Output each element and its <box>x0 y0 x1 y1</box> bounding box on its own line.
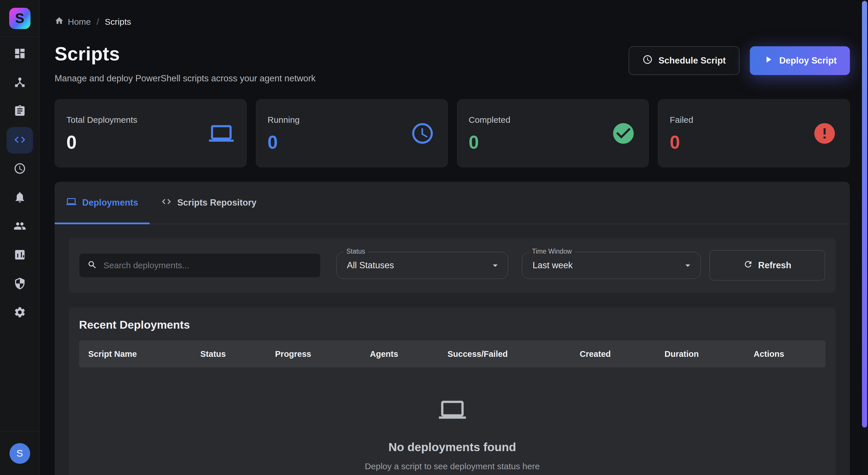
refresh-icon <box>743 259 753 271</box>
bell-icon <box>13 191 26 205</box>
stat-card-running: Running 0 <box>256 99 448 167</box>
empty-state-title: No deployments found <box>388 441 516 454</box>
home-icon <box>55 16 64 27</box>
status-select[interactable]: Status All Statuses <box>336 252 508 279</box>
schedule-script-label: Schedule Script <box>658 56 726 66</box>
sidebar-nav <box>0 37 39 328</box>
page-title: Scripts <box>55 43 316 65</box>
search-input[interactable] <box>103 261 312 270</box>
time-window-select-label: Time Window <box>529 247 575 256</box>
deploy-script-label: Deploy Script <box>779 56 837 66</box>
sidebar-item-scripts[interactable] <box>7 127 33 153</box>
dashboard-icon <box>13 47 26 61</box>
refresh-button[interactable]: Refresh <box>709 250 825 280</box>
header-actions: Schedule Script Deploy Script <box>628 46 850 75</box>
page-header-text: Scripts Manage and deploy PowerShell scr… <box>55 43 316 84</box>
sidebar-item-settings[interactable] <box>7 300 33 326</box>
column-header-actions: Actions <box>744 349 826 359</box>
breadcrumb-home-label: Home <box>68 17 91 27</box>
time-window-select[interactable]: Time Window Last week <box>522 252 701 279</box>
breadcrumb: Home / Scripts <box>55 16 850 27</box>
column-header-progress: Progress <box>266 349 361 359</box>
tab-deployments-label: Deployments <box>82 198 138 208</box>
tab-deployments[interactable]: Deployments <box>55 182 150 224</box>
code-icon <box>13 133 26 147</box>
filter-bar: Status All Statuses Time Window Last wee… <box>69 238 836 293</box>
check-circle-icon <box>611 121 636 146</box>
column-header-agents: Agents <box>361 349 438 359</box>
empty-state: No deployments found Deploy a script to … <box>79 396 826 471</box>
deployments-tab-content: Status All Statuses Time Window Last wee… <box>55 224 850 475</box>
tab-bar: Deployments Scripts Repository <box>55 182 850 224</box>
deploy-script-button[interactable]: Deploy Script <box>750 46 850 75</box>
column-header-script-name: Script Name <box>79 349 191 359</box>
stat-card-total-deployments: Total Deployments 0 <box>55 99 247 167</box>
empty-state-subtitle: Deploy a script to see deployment status… <box>365 462 540 471</box>
tab-scripts-repository-label: Scripts Repository <box>177 198 257 208</box>
column-header-status: Status <box>191 349 266 359</box>
sidebar-item-users[interactable] <box>7 213 33 240</box>
time-window-select-value: Last week <box>533 260 573 271</box>
laptop-icon <box>209 121 234 146</box>
sidebar-item-notifications[interactable] <box>7 185 33 211</box>
table-header-row: Script Name Status Progress Agents Succe… <box>79 340 826 367</box>
sidebar-footer: S <box>0 431 39 475</box>
clock-icon <box>410 121 435 146</box>
sidebar-item-analytics[interactable] <box>7 242 33 269</box>
sidebar-item-agents-hub[interactable] <box>7 69 33 96</box>
column-header-success-failed: Success/Failed <box>438 349 570 359</box>
status-select-value: All Statuses <box>347 260 394 271</box>
page-scrollbar <box>861 0 868 475</box>
hub-icon <box>13 76 26 90</box>
column-header-created: Created <box>570 349 655 359</box>
page-subtitle: Manage and deploy PowerShell scripts acr… <box>55 73 316 84</box>
sidebar: S <box>0 0 40 475</box>
sidebar-item-security[interactable] <box>7 271 33 297</box>
refresh-button-label: Refresh <box>758 260 791 271</box>
chevron-down-icon <box>682 260 693 271</box>
stat-card-failed: Failed 0 <box>658 99 850 167</box>
laptop-icon <box>439 396 466 424</box>
scrollbar-thumb[interactable] <box>862 1 867 427</box>
user-avatar[interactable]: S <box>9 443 30 464</box>
main-content: Home / Scripts Scripts Manage and deploy… <box>40 0 868 475</box>
recent-deployments-title: Recent Deployments <box>79 319 826 331</box>
sidebar-item-dashboard[interactable] <box>7 41 33 67</box>
breadcrumb-home-link[interactable]: Home <box>55 16 91 27</box>
schedule-script-button[interactable]: Schedule Script <box>628 46 740 75</box>
clock-icon <box>13 162 26 176</box>
laptop-icon <box>66 197 76 209</box>
gear-icon <box>13 306 26 320</box>
stat-cards: Total Deployments 0 Running 0 Completed … <box>55 99 850 167</box>
deployments-panel: Deployments Scripts Repository Status <box>55 182 850 475</box>
shield-icon <box>13 277 26 291</box>
search-box[interactable] <box>79 254 320 277</box>
chart-icon <box>13 248 26 262</box>
app-logo[interactable]: S <box>9 8 30 29</box>
breadcrumb-current: Scripts <box>104 17 131 27</box>
sidebar-item-tasks[interactable] <box>7 98 33 125</box>
error-icon <box>812 121 837 146</box>
page-header: Scripts Manage and deploy PowerShell scr… <box>55 43 850 84</box>
tab-scripts-repository[interactable]: Scripts Repository <box>150 182 268 224</box>
chevron-down-icon <box>490 260 501 271</box>
logo-container: S <box>0 0 39 37</box>
stat-card-completed: Completed 0 <box>457 99 649 167</box>
users-icon <box>13 220 26 234</box>
app-root: S <box>0 0 868 475</box>
clipboard-icon <box>13 105 26 118</box>
breadcrumb-separator: / <box>95 17 100 27</box>
search-icon <box>87 260 97 271</box>
sidebar-item-history[interactable] <box>7 156 33 182</box>
code-icon <box>161 197 172 209</box>
status-select-label: Status <box>343 247 368 256</box>
play-icon <box>763 54 773 67</box>
recent-deployments-card: Recent Deployments Script Name Status Pr… <box>69 308 836 475</box>
column-header-duration: Duration <box>655 349 744 359</box>
clock-icon <box>642 54 653 67</box>
